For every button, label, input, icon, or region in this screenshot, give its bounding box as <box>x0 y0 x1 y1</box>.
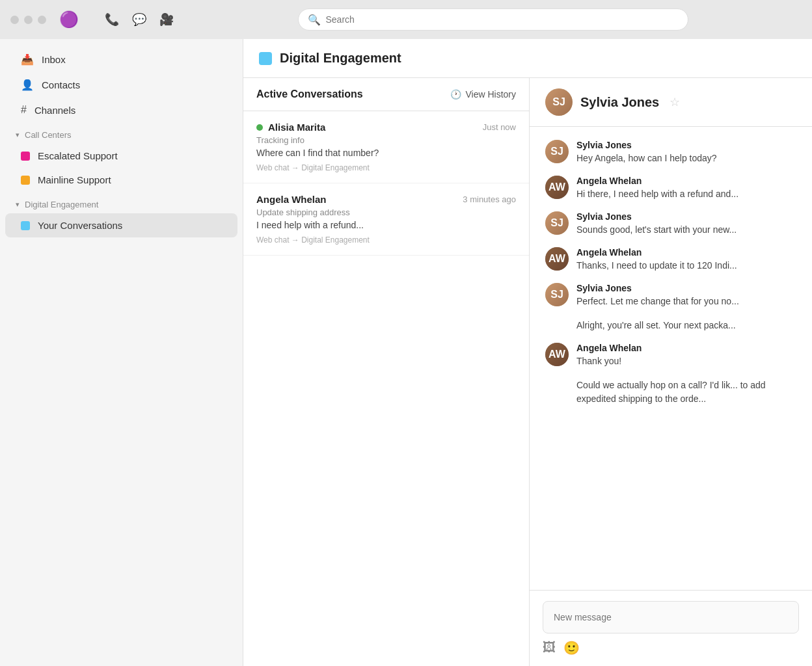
call-centers-section[interactable]: ▾ Call Centers <box>0 122 243 144</box>
message-1: AW Angela Whelan Hi there, I need help w… <box>545 176 796 201</box>
msg-content-3: Angela Whelan Thanks, I need to update i… <box>576 247 796 273</box>
chevron-down-icon: ▾ <box>16 131 20 139</box>
message-4: SJ Sylvia Jones Perfect. Let me change t… <box>545 283 796 308</box>
msg-content-0: Sylvia Jones Hey Angela, how can I help … <box>576 140 796 165</box>
close-button[interactable] <box>10 16 19 24</box>
chevron-down-icon-2: ▾ <box>16 200 20 209</box>
channels-icon: # <box>21 104 27 116</box>
titlebar: 🟣 📞 💬 🎥 🔍 <box>0 0 812 39</box>
msg-text-5: Alright, you're all set. Your next packa… <box>576 319 796 332</box>
sidebar-item-mainline-support[interactable]: Mainline Support <box>5 168 237 192</box>
msg-content-6: Angela Whelan Thank you! <box>576 343 796 368</box>
msg-text-6: Thank you! <box>576 354 796 368</box>
msg-content-1: Angela Whelan Hi there, I need help with… <box>576 176 796 201</box>
msg-avatar-4: SJ <box>545 283 569 306</box>
new-message-input[interactable] <box>543 601 799 633</box>
conversation-item-1[interactable]: Angela Whelan 3 minutes ago Update shipp… <box>243 183 529 256</box>
msg-sender-4: Sylvia Jones <box>576 283 796 293</box>
chat-messages: SJ Sylvia Jones Hey Angela, how can I he… <box>530 127 812 590</box>
conversations-panel: Active Conversations 🕐 View History Alis… <box>243 78 530 666</box>
escalated-support-dot <box>21 152 30 161</box>
message-7: Could we actually hop on a call? I'd lik… <box>545 379 796 406</box>
escalated-support-label: Escalated Support <box>38 150 118 161</box>
msg-sender-3: Angela Whelan <box>576 247 796 258</box>
minimize-button[interactable] <box>24 16 33 24</box>
message-0: SJ Sylvia Jones Hey Angela, how can I he… <box>545 140 796 165</box>
video-icon[interactable]: 🎥 <box>159 12 174 27</box>
msg-text-2: Sounds good, let's start with your new..… <box>576 223 796 237</box>
msg-sender-6: Angela Whelan <box>576 343 796 353</box>
panels: Active Conversations 🕐 View History Alis… <box>243 78 812 666</box>
msg-avatar-1: AW <box>545 176 569 199</box>
chat-header: SJ Sylvia Jones ☆ <box>530 78 812 127</box>
app-logo: 🟣 <box>59 10 79 29</box>
view-history-button[interactable]: 🕐 View History <box>450 89 516 100</box>
phone-icon[interactable]: 📞 <box>105 12 119 27</box>
de-header: Digital Engagement <box>243 39 812 78</box>
conv-name-0: Alisia Marita <box>268 122 325 133</box>
msg-text-0: Hey Angela, how can I help today? <box>576 152 796 165</box>
chat-icon[interactable]: 💬 <box>132 12 146 27</box>
sylvia-avatar-face: SJ <box>545 88 573 116</box>
digital-engagement-section-label: Digital Engagement <box>25 200 98 209</box>
conv-preview-1: I need help with a refund... <box>256 220 516 230</box>
msg-content-2: Sylvia Jones Sounds good, let's start wi… <box>576 211 796 237</box>
conv-channel-1: Web chat → Digital Engagement <box>256 235 516 245</box>
msg-avatar-3: AW <box>545 247 569 271</box>
view-history-label: View History <box>465 89 516 100</box>
digital-engagement-section[interactable]: ▾ Digital Engagement <box>0 192 243 213</box>
your-conversations-label: Your Conversations <box>38 220 122 231</box>
conv-item-0-header: Alisia Marita Just now <box>256 122 516 133</box>
msg-content-5: Alright, you're all set. Your next packa… <box>576 319 796 332</box>
msg-sender-1: Angela Whelan <box>576 176 796 186</box>
sidebar-item-inbox[interactable]: 📥 Inbox <box>5 47 237 72</box>
active-conversations-title: Active Conversations <box>256 88 363 100</box>
titlebar-icons: 📞 💬 🎥 <box>105 12 174 27</box>
conv-header: Active Conversations 🕐 View History <box>243 78 529 111</box>
your-conversations-dot <box>21 221 30 230</box>
mainline-support-dot <box>21 176 30 185</box>
search-input[interactable] <box>326 14 679 25</box>
sidebar-item-escalated-support[interactable]: Escalated Support <box>5 144 237 168</box>
msg-text-7: Could we actually hop on a call? I'd lik… <box>576 379 796 406</box>
contacts-label: Contacts <box>42 79 80 90</box>
conv-name-row-0: Alisia Marita <box>256 122 325 133</box>
conv-channel-0: Web chat → Digital Engagement <box>256 163 516 172</box>
msg-avatar-0: SJ <box>545 140 569 163</box>
call-centers-label: Call Centers <box>25 130 72 140</box>
conv-item-1-header: Angela Whelan 3 minutes ago <box>256 194 516 205</box>
sidebar-item-contacts[interactable]: 👤 Contacts <box>5 72 237 98</box>
search-icon: 🔍 <box>308 14 321 26</box>
conv-preview-0: Where can I find that number? <box>256 148 516 158</box>
main-layout: 📥 Inbox 👤 Contacts # Channels ▾ Call Cen… <box>0 39 812 666</box>
inbox-icon: 📥 <box>21 53 34 66</box>
msg-text-1: Hi there, I need help with a refund and.… <box>576 187 796 201</box>
online-indicator-0 <box>256 124 263 131</box>
star-icon[interactable]: ☆ <box>670 95 680 109</box>
emoji-icon[interactable]: 🙂 <box>563 640 580 656</box>
sidebar-item-channels[interactable]: # Channels <box>5 98 237 122</box>
msg-content-7: Could we actually hop on a call? I'd lik… <box>576 379 796 406</box>
conv-subject-1: Update shipping address <box>256 207 516 217</box>
message-6: AW Angela Whelan Thank you! <box>545 343 796 368</box>
chat-panel: SJ Sylvia Jones ☆ SJ Sylvia Jones Hey An… <box>530 78 812 666</box>
conv-subject-0: Tracking info <box>256 135 516 145</box>
image-attach-icon[interactable]: 🖼 <box>543 640 556 656</box>
conversation-item-0[interactable]: Alisia Marita Just now Tracking info Whe… <box>243 111 529 183</box>
maximize-button[interactable] <box>38 16 46 24</box>
window-controls <box>10 16 46 24</box>
msg-sender-2: Sylvia Jones <box>576 211 796 222</box>
chat-input-area: 🖼 🙂 <box>530 590 812 666</box>
conv-time-1: 3 minutes ago <box>463 194 516 204</box>
chat-contact-avatar: SJ <box>545 88 573 116</box>
msg-sender-0: Sylvia Jones <box>576 140 796 150</box>
de-header-icon <box>259 52 272 65</box>
conversation-list: Alisia Marita Just now Tracking info Whe… <box>243 111 529 256</box>
sidebar: 📥 Inbox 👤 Contacts # Channels ▾ Call Cen… <box>0 39 243 666</box>
msg-text-3: Thanks, I need to update it to 120 Indi.… <box>576 259 796 273</box>
search-bar[interactable]: 🔍 <box>298 8 688 31</box>
contacts-icon: 👤 <box>21 79 34 91</box>
sidebar-item-your-conversations[interactable]: Your Conversations <box>5 213 237 237</box>
chat-input-tools: 🖼 🙂 <box>543 640 799 656</box>
message-5: Alright, you're all set. Your next packa… <box>545 319 796 332</box>
